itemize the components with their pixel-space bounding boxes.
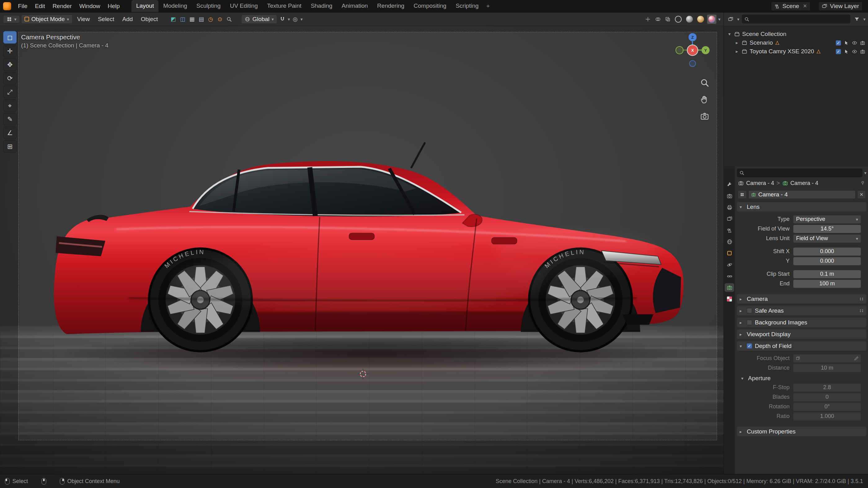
axis-z-ball[interactable]: Z — [688, 33, 696, 41]
toggle-xray-icon[interactable] — [664, 15, 672, 23]
breadcrumb-object[interactable]: Camera - 4 — [746, 180, 774, 187]
hide-eye-icon[interactable] — [852, 40, 857, 45]
panel-safe-areas[interactable]: ▸ Safe Areas — [737, 306, 866, 316]
outliner-row-toyota-camry[interactable]: ▸ Toyota Camry XSE 2020 ✓ — [724, 47, 868, 56]
distance-field[interactable]: 10 m — [793, 364, 861, 372]
tool-transform[interactable]: ⌖ — [3, 99, 17, 112]
tab-texture-paint[interactable]: Texture Paint — [262, 0, 306, 12]
outliner-row-scene-collection[interactable]: ▾ Scene Collection — [724, 30, 868, 38]
fstop-field[interactable]: 2.8 — [793, 384, 861, 392]
panel-custom-properties[interactable]: ▸ Custom Properties — [737, 427, 866, 436]
axis-neg-y-ball[interactable] — [676, 46, 684, 54]
menu-add[interactable]: Add — [119, 14, 136, 24]
zoom-icon[interactable] — [700, 78, 709, 87]
outliner-editor-icon[interactable] — [726, 15, 735, 23]
tab-render[interactable] — [725, 192, 734, 200]
panel-camera[interactable]: ▸ Camera — [737, 294, 866, 304]
tab-modeling[interactable]: Modeling — [158, 0, 192, 12]
proportional-dropdown[interactable]: ▾ — [300, 17, 303, 22]
disclosure-icon[interactable]: ▾ — [727, 31, 732, 37]
mode-dropdown[interactable]: Object Mode ▾ — [21, 14, 72, 24]
tool-rotate[interactable]: ⟳ — [3, 72, 17, 85]
aperture-subpanel[interactable]: ▾ Aperture — [741, 374, 861, 382]
tab-shading[interactable]: Shading — [306, 0, 337, 12]
tab-compositing[interactable]: Compositing — [409, 0, 451, 12]
pan-hand-icon[interactable] — [700, 95, 709, 104]
clip-end-field[interactable]: 100 m — [793, 280, 861, 288]
camera-view-icon[interactable] — [700, 111, 709, 121]
render-visibility-icon[interactable] — [860, 40, 865, 45]
header-toggle-icon-3[interactable]: ▦ — [188, 15, 196, 23]
outliner-row-scenario[interactable]: ▸ Scenario ✓ — [724, 38, 868, 47]
header-toggle-icon-6[interactable]: ⊙ — [216, 15, 224, 23]
header-search-icon[interactable] — [225, 15, 233, 23]
ratio-field[interactable]: 1.000 — [793, 413, 861, 420]
tab-physics[interactable] — [725, 260, 734, 269]
outliner-search-input[interactable] — [742, 14, 850, 24]
tab-constraints[interactable] — [725, 272, 734, 281]
axis-neg-z-ball[interactable] — [689, 60, 696, 67]
transform-orientation-dropdown[interactable]: Global ▾ — [241, 14, 277, 24]
shift-y-field[interactable]: 0.000 — [793, 257, 861, 265]
tab-rendering[interactable]: Rendering — [373, 0, 409, 12]
shading-dropdown[interactable]: ▾ — [718, 17, 720, 22]
dof-checkbox[interactable]: ✓ — [747, 343, 752, 349]
unlink-datablock-button[interactable]: ✕ — [857, 190, 866, 199]
breadcrumb-data[interactable]: Camera - 4 — [790, 180, 818, 187]
exclude-checkbox[interactable]: ✓ — [836, 40, 841, 45]
pin-icon[interactable] — [860, 181, 865, 186]
panel-lens[interactable]: ▾ Lens — [737, 202, 866, 212]
header-toggle-icon-4[interactable]: ▤ — [197, 15, 205, 23]
fov-field[interactable]: 14.5° — [793, 225, 861, 233]
browse-datablock-button[interactable] — [738, 190, 747, 199]
tool-measure[interactable]: ∠ — [3, 126, 17, 139]
outliner-filter-dropdown[interactable]: ▾ — [863, 17, 866, 22]
datablock-name-field[interactable]: Camera - 4 — [748, 190, 856, 199]
axis-x-ball[interactable]: X — [688, 45, 698, 55]
properties-search-input[interactable] — [737, 168, 862, 177]
shading-material-button[interactable] — [696, 14, 705, 24]
view-layer-selector[interactable]: View Layer — [818, 2, 862, 11]
tab-view-layer[interactable] — [725, 215, 734, 223]
menu-file[interactable]: File — [14, 1, 31, 11]
tab-scene[interactable] — [725, 226, 734, 234]
exclude-checkbox[interactable]: ✓ — [836, 49, 841, 54]
snap-magnet-icon[interactable] — [278, 15, 286, 23]
shading-wireframe-button[interactable] — [674, 14, 683, 24]
render-visibility-icon[interactable] — [860, 49, 865, 54]
header-toggle-icon-5[interactable]: ◷ — [207, 15, 215, 23]
tab-object[interactable] — [725, 249, 734, 258]
tab-layout[interactable]: Layout — [131, 0, 158, 12]
disclosure-icon[interactable]: ▸ — [734, 40, 739, 45]
add-workspace-button[interactable]: + — [483, 0, 493, 12]
blender-logo-icon[interactable] — [3, 2, 11, 10]
editor-type-button[interactable]: ▾ — [3, 15, 20, 23]
selectable-icon[interactable] — [844, 40, 849, 45]
scene-selector[interactable]: Scene ✕ — [771, 2, 810, 11]
lens-unit-dropdown[interactable]: Field of View▾ — [793, 234, 861, 242]
tab-uv-editing[interactable]: UV Editing — [225, 0, 262, 12]
tab-object-data[interactable] — [725, 283, 734, 292]
panel-grip-icon[interactable] — [859, 309, 864, 312]
hide-eye-icon[interactable] — [852, 49, 857, 54]
3d-viewport[interactable]: MICHELIN — [0, 26, 723, 474]
menu-window[interactable]: Window — [75, 1, 104, 11]
menu-object[interactable]: Object — [137, 14, 161, 24]
menu-edit[interactable]: Edit — [31, 1, 49, 11]
tool-move[interactable]: ✥ — [3, 58, 17, 71]
properties-filter-dropdown[interactable]: ▾ — [864, 170, 866, 175]
panel-viewport-display[interactable]: ▸ Viewport Display — [737, 329, 866, 339]
show-overlays-icon[interactable] — [654, 15, 662, 23]
disclosure-icon[interactable]: ▸ — [734, 48, 739, 54]
tool-annotate[interactable]: ✎ — [3, 113, 17, 126]
menu-select[interactable]: Select — [95, 14, 118, 24]
blades-field[interactable]: 0 — [793, 393, 861, 401]
outliner-filter-icon[interactable] — [853, 15, 861, 23]
axis-y-ball[interactable]: Y — [702, 46, 710, 54]
tab-tool[interactable] — [725, 180, 734, 189]
background-images-checkbox[interactable] — [747, 320, 752, 325]
show-gizmo-icon[interactable] — [644, 15, 652, 23]
tab-animation[interactable]: Animation — [337, 0, 373, 12]
lens-type-dropdown[interactable]: Perspective▾ — [793, 215, 861, 223]
shading-solid-button[interactable] — [685, 14, 694, 24]
